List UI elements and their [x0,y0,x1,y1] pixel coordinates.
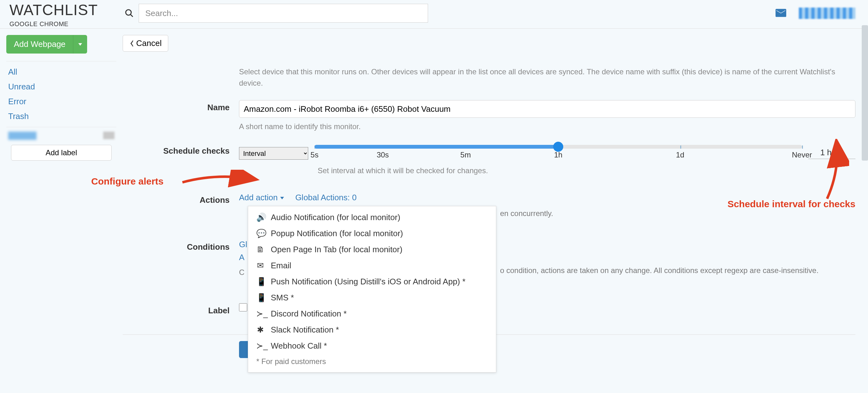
mail-icon[interactable] [776,9,786,18]
conditions-help-tail: o condition, actions are taken on any ch… [500,265,818,276]
action-push[interactable]: 📱Push Notification (Using Distill's iOS … [248,274,496,290]
sidebar-item-unread[interactable]: Unread [6,79,116,94]
gear-icon: ✱ [256,325,265,335]
action-tab[interactable]: 🗎Open Page In Tab (for local monitor) [248,242,496,258]
add-action-dropdown: 🔊Audio Notification (for local monitor) … [248,206,496,372]
sidebar-item-error[interactable]: Error [6,94,116,109]
envelope-icon: ✉ [256,261,265,271]
search-input[interactable] [139,4,428,23]
label-checkbox[interactable] [239,303,247,311]
search-icon [125,8,134,18]
conditions-label: Conditions [123,240,239,252]
name-label: Name [123,100,239,112]
global-actions-link[interactable]: Global Actions: 0 [295,193,356,202]
schedule-slider[interactable]: 5s 30s 5m 1h 1d Never [314,144,802,163]
user-menu[interactable] [799,7,856,19]
sound-icon: 🔊 [256,213,265,222]
action-audio[interactable]: 🔊Audio Notification (for local monitor) [248,209,496,225]
action-slack[interactable]: ✱Slack Notification * [248,322,496,338]
schedule-value: 1 hour [808,148,856,159]
name-input[interactable] [239,100,856,118]
action-popup[interactable]: 💬Popup Notification (for local monitor) [248,225,496,242]
scrollbar[interactable] [862,25,868,393]
search-button[interactable] [120,4,139,23]
action-note: * For paid customers [248,354,496,369]
schedule-mode-select[interactable]: Interval [239,147,308,160]
svg-line-1 [130,15,133,17]
name-help-text: A short name to identify this monitor. [239,121,856,132]
caret-down-icon [280,197,284,199]
slider-tick-5s: 5s [310,150,318,159]
conditions-link-2[interactable]: A [239,253,244,262]
mobile-icon: 📱 [256,293,265,303]
scroll-thumb[interactable] [862,25,868,161]
slider-tick-1h: 1h [554,150,563,159]
add-webpage-caret[interactable] [73,35,87,54]
cancel-label: Cancel [136,38,162,48]
action-discord[interactable]: ≻_Discord Notification * [248,306,496,322]
cancel-button[interactable]: Cancel [123,35,168,52]
mobile-icon: 📱 [256,277,265,286]
sidebar-item-trash[interactable]: Trash [6,109,116,124]
svg-point-0 [126,10,131,16]
device-help-text: Select device that this monitor runs on.… [239,66,856,89]
conditions-link-1[interactable]: Gl [239,240,247,249]
popup-icon: 💬 [256,229,265,238]
add-label-button[interactable]: Add label [11,145,112,161]
terminal-icon: ≻_ [256,341,265,351]
actions-label: Actions [123,193,239,205]
caret-down-icon [78,43,82,46]
sidebar-label-item[interactable] [6,130,116,144]
add-action-link[interactable]: Add action [239,193,284,202]
actions-help-tail: en concurrently. [500,208,553,219]
label-count-blur [103,132,115,139]
add-webpage-button[interactable]: Add Webpage [6,35,73,54]
slider-tick-never: Never [792,150,812,159]
chevron-left-icon [129,40,134,47]
action-sms[interactable]: 📱SMS * [248,290,496,306]
brand-block: WATCHLIST GOOGLE CHROME [9,2,98,28]
label-name-blur [8,132,36,140]
schedule-label: Schedule checks [123,144,239,156]
action-webhook[interactable]: ≻_Webhook Call * [248,338,496,354]
app-title: WATCHLIST [9,2,98,19]
slider-tick-1d: 1d [676,150,684,159]
page-icon: 🗎 [256,245,265,254]
label-field-label: Label [123,303,239,315]
schedule-help-text: Set interval at which it will be checked… [318,165,856,176]
app-subtitle: GOOGLE CHROME [9,21,98,28]
slider-tick-5m: 5m [460,150,471,159]
slider-tick-30s: 30s [377,150,389,159]
action-email[interactable]: ✉Email [248,258,496,274]
sidebar-item-all[interactable]: All [6,64,116,79]
terminal-icon: ≻_ [256,309,265,319]
